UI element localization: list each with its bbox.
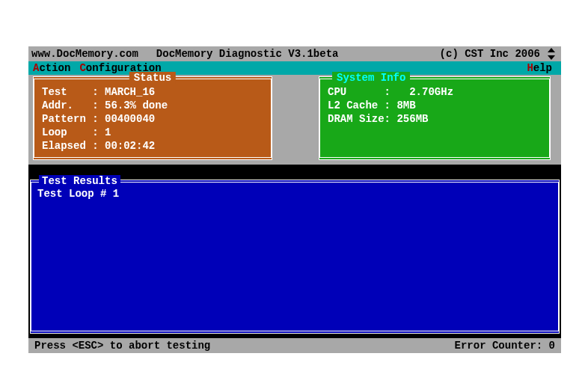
- menu-action-label: ction: [39, 62, 70, 74]
- sysinfo-legend: System Info: [332, 72, 410, 84]
- footer-hint: Press <ESC> to abort testing: [34, 340, 210, 352]
- title-bar: www.DocMemory.com DocMemory Diagnostic V…: [28, 46, 561, 61]
- error-counter-value: 0: [549, 340, 555, 352]
- app-screen: www.DocMemory.com DocMemory Diagnostic V…: [28, 46, 561, 349]
- sysinfo-cpu-value: 2.70GHz: [409, 86, 453, 98]
- sysinfo-dram-row: DRAM Size: 256MB: [328, 112, 542, 126]
- menu-help-label: elp: [533, 62, 552, 74]
- app-title: DocMemory Diagnostic V3.1beta: [156, 48, 339, 60]
- status-elapsed-row: Elapsed : 00:02:42: [42, 139, 263, 153]
- status-loop-label: Loop :: [42, 126, 105, 138]
- upper-panels: Status Test : MARCH_16 Addr. : 56.3% don…: [28, 75, 561, 165]
- status-pattern-row: Pattern : 00400040: [42, 112, 263, 126]
- svg-marker-1: [548, 55, 555, 60]
- status-addr-row: Addr. : 56.3% done: [42, 99, 263, 112]
- error-counter-label: Error Counter:: [455, 340, 549, 352]
- status-elapsed-label: Elapsed :: [42, 140, 105, 152]
- menu-action[interactable]: Action: [28, 62, 75, 74]
- menu-bar: Action Configuration Help: [28, 61, 561, 75]
- svg-marker-0: [548, 48, 555, 52]
- sysinfo-l2-row: L2 Cache : 8MB: [328, 99, 542, 112]
- copyright: (c) CST Inc 2006: [440, 48, 540, 60]
- results-panel: Test Results Test Loop # 1: [30, 180, 560, 334]
- results-line: Test Loop # 1: [37, 187, 552, 200]
- status-pattern-value: 00400040: [105, 113, 155, 125]
- scroll-arrows-icon[interactable]: [543, 46, 560, 61]
- results-container: Test Results Test Loop # 1: [28, 175, 561, 334]
- vendor-url: www.DocMemory.com: [31, 48, 138, 60]
- sysinfo-l2-label: L2 Cache :: [328, 99, 396, 111]
- sysinfo-panel: System Info CPU : 2.70GHz L2 Cache : 8MB…: [319, 76, 551, 160]
- status-loop-row: Loop : 1: [42, 126, 263, 139]
- status-panel: Status Test : MARCH_16 Addr. : 56.3% don…: [33, 76, 272, 160]
- status-pattern-label: Pattern :: [42, 113, 105, 125]
- menu-help-hotkey: H: [527, 62, 533, 74]
- status-addr-value: 56.3% done: [105, 99, 168, 111]
- status-loop-value: 1: [105, 126, 111, 138]
- sysinfo-cpu-row: CPU : 2.70GHz: [328, 85, 542, 99]
- sysinfo-dram-value: 256MB: [396, 113, 428, 125]
- error-counter: Error Counter: 0: [455, 340, 555, 352]
- status-elapsed-value: 00:02:42: [105, 140, 155, 152]
- status-test-label: Test :: [42, 86, 105, 98]
- status-addr-label: Addr. :: [42, 99, 105, 111]
- status-test-value: MARCH_16: [105, 86, 155, 98]
- results-legend: Test Results: [39, 175, 120, 187]
- sysinfo-l2-value: 8MB: [396, 99, 415, 111]
- menu-config-hotkey: C: [79, 62, 85, 74]
- sysinfo-cpu-label: CPU :: [328, 86, 409, 98]
- menu-help[interactable]: Help: [522, 62, 557, 74]
- status-legend: Status: [129, 72, 176, 84]
- sysinfo-dram-label: DRAM Size:: [328, 113, 396, 125]
- footer-bar: Press <ESC> to abort testing Error Count…: [28, 338, 561, 353]
- status-test-row: Test : MARCH_16: [42, 85, 263, 99]
- divider-strip: [28, 165, 561, 175]
